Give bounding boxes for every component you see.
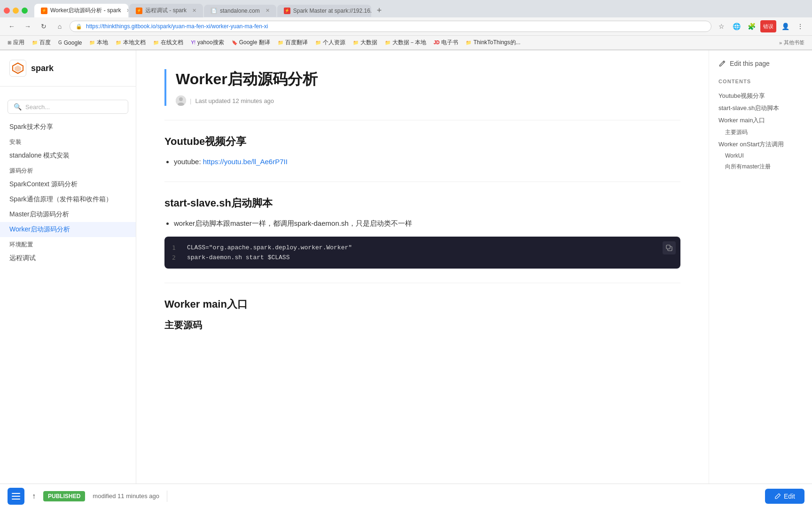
code-text-2: spark-daemon.sh start $CLASS	[187, 254, 289, 261]
sidebar-item-remote-debug[interactable]: 远程调试	[0, 251, 136, 266]
pipe-separator: |	[190, 97, 191, 104]
sidebar: spark 🔍 Search... Spark技术分享 安装 standalon…	[0, 50, 136, 502]
tab-label-worker: Worker启动源码分析 - spark	[50, 7, 121, 15]
bookmark-baidu-label: 百度	[39, 39, 51, 47]
tab-favicon-worker: ⚡	[41, 8, 47, 14]
address-bar[interactable]: 🔒 https://thinkthings.gitbook.io/spark/y…	[70, 21, 711, 32]
tab-close-standalone[interactable]: ✕	[265, 8, 270, 14]
tab-favicon-standalone: 📄	[211, 8, 217, 14]
edit-page-link[interactable]: Edit this page	[718, 60, 803, 67]
sidebar-item-sparkcontext[interactable]: SparkContext 源码分析	[0, 177, 136, 192]
tab-favicon-master: ⚡	[284, 8, 290, 14]
page-header: Worker启动源码分析 | Last updated 12 minutes a…	[164, 69, 680, 106]
edit-button[interactable]: Edit	[765, 489, 804, 502]
bookmark-personal[interactable]: 📁 个人资源	[312, 38, 348, 48]
bookmark-apps[interactable]: ⊞ 应用	[5, 38, 27, 48]
code-text-1: CLASS="org.apache.spark.deploy.worker.Wo…	[187, 244, 352, 251]
search-icon: 🔍	[14, 103, 22, 111]
bookmark-online-docs-label: 在线文档	[161, 39, 183, 47]
bookmark-baidu-translate[interactable]: 📁 百度翻译	[275, 38, 311, 48]
tab-standalone[interactable]: 📄 standalone.com ✕	[204, 5, 276, 17]
bookmark-bigdata-local[interactable]: 📁 大数据－本地	[382, 38, 429, 48]
maximize-window-btn[interactable]	[22, 8, 28, 14]
profile-icon[interactable]: 👤	[779, 20, 791, 32]
close-window-btn[interactable]	[4, 8, 10, 14]
bookmarks-overflow[interactable]: » 其他书签	[776, 38, 807, 47]
section-divider-1	[164, 120, 680, 120]
toc-item-youtube[interactable]: Youtube视频分享	[718, 90, 803, 102]
bookmark-online-docs[interactable]: 📁 在线文档	[150, 38, 186, 48]
slave-text: worker启动脚本跟master一样，都调用spark-daemon.sh，只…	[174, 219, 412, 227]
toc-item-workui[interactable]: WorkUI	[718, 151, 803, 161]
toggle-button[interactable]	[8, 488, 24, 502]
bookmark-thinkthings-label: ThinkToThings的...	[473, 39, 520, 47]
toc-item-onstart[interactable]: Worker onStart方法调用	[718, 138, 803, 151]
sidebar-item-standalone[interactable]: standalone 模式安装	[0, 148, 136, 163]
sidebar-section-env: 环境配置	[0, 237, 136, 251]
section-slave-title: start-slave.sh启动脚本	[164, 196, 680, 210]
tab-bar: ⚡ Worker启动源码分析 - spark ✕ ⚡ 远程调试 - spark …	[0, 0, 812, 17]
tab-remote[interactable]: ⚡ 远程调试 - spark ✕	[129, 4, 203, 17]
tab-master[interactable]: ⚡ Spark Master at spark://192.16... ✕	[277, 5, 371, 17]
back-button[interactable]: ←	[6, 20, 18, 32]
new-tab-button[interactable]: +	[374, 6, 385, 16]
apps-icon: ⊞	[8, 40, 11, 45]
minimize-window-btn[interactable]	[13, 8, 19, 14]
folder-icon-8: 📁	[385, 40, 390, 45]
menu-icon[interactable]: ⋮	[794, 20, 806, 32]
bookmark-google-translate[interactable]: 🔖 Google 翻译	[229, 38, 273, 48]
tab-label-remote: 远程调试 - spark	[145, 7, 187, 15]
bookmark-bigdata[interactable]: 📁 大数据	[350, 38, 380, 48]
bookmark-thinkthings[interactable]: 📁 ThinkToThings的...	[463, 38, 523, 48]
toc-item-main-source[interactable]: 主要源码	[718, 127, 803, 138]
bookmark-google[interactable]: G Google	[55, 39, 85, 47]
bookmark-yahoo[interactable]: Y! yahoo搜索	[188, 38, 226, 48]
copy-button[interactable]	[663, 241, 676, 254]
bookmark-baidu[interactable]: 📁 百度	[29, 38, 54, 48]
youtube-prefix: youtube:	[174, 158, 203, 166]
avatar	[176, 95, 186, 106]
bookmark-star-icon[interactable]: ☆	[715, 20, 727, 32]
bookmark-personal-label: 个人资源	[323, 39, 345, 47]
refresh-button[interactable]: ↻	[38, 20, 50, 32]
search-input[interactable]: Search...	[25, 103, 50, 111]
site-header: spark	[0, 60, 136, 87]
folder-icon-6: 📁	[315, 40, 321, 45]
line-num-1: 1	[172, 244, 180, 251]
home-button[interactable]: ⌂	[54, 20, 66, 32]
folder-icon-2: 📁	[89, 40, 95, 45]
code-line-1: 1 CLASS="org.apache.spark.deploy.worker.…	[172, 244, 673, 251]
list-item-slave: worker启动脚本跟master一样，都调用spark-daemon.sh，只…	[174, 218, 680, 229]
yahoo-icon: Y!	[191, 40, 195, 45]
forward-button[interactable]: →	[22, 20, 34, 32]
sidebar-item-spark-comm[interactable]: Spark通信原理（发件箱和收件箱）	[0, 192, 136, 207]
page-title: Worker启动源码分析	[176, 69, 680, 90]
section-divider-3	[164, 283, 680, 283]
error-badge[interactable]: 错误	[760, 20, 776, 32]
tab-worker[interactable]: ⚡ Worker启动源码分析 - spark ✕	[34, 4, 128, 17]
toc-item-register[interactable]: 向所有master注册	[718, 161, 803, 173]
folder-icon-5: 📁	[278, 40, 283, 45]
extension-icon[interactable]: 🧩	[745, 20, 757, 32]
youtube-link[interactable]: https://youtu.be/ll_Ae6rP7II	[203, 158, 288, 166]
nav-bar: ← → ↻ ⌂ 🔒 https://thinkthings.gitbook.io…	[0, 17, 812, 36]
modified-text: modified 11 minutes ago	[93, 492, 159, 500]
tab-close-worker[interactable]: ✕	[126, 8, 128, 14]
sidebar-item-worker[interactable]: Worker启动源码分析	[0, 222, 136, 237]
folder-icon: 📁	[32, 40, 38, 45]
sidebar-item-master[interactable]: Master启动源码分析	[0, 207, 136, 222]
bookmark-local-docs[interactable]: 📁 本地文档	[113, 38, 148, 48]
bookmark-local[interactable]: 📁 本地	[86, 38, 111, 48]
address-text: https://thinkthings.gitbook.io/spark/yua…	[86, 23, 705, 30]
toc-item-worker-main[interactable]: Worker main入口	[718, 114, 803, 127]
tab-close-remote[interactable]: ✕	[192, 8, 196, 14]
folder-icon-4: 📁	[153, 40, 159, 45]
bookmarks-bar: ⊞ 应用 📁 百度 G Google 📁 本地 📁 本地文档 📁 在线文档 Y!…	[0, 36, 812, 50]
translate-icon[interactable]: 🌐	[730, 20, 742, 32]
toc-item-slave[interactable]: start-slave.sh启动脚本	[718, 102, 803, 114]
sidebar-item-spark-tech[interactable]: Spark技术分享	[0, 119, 136, 135]
search-input-wrap[interactable]: 🔍 Search...	[8, 100, 128, 114]
bookmark-ebook[interactable]: JD 电子书	[431, 38, 461, 48]
section-worker-main-title: Worker main入口	[164, 297, 680, 311]
up-arrow-icon[interactable]: ↑	[32, 492, 36, 500]
